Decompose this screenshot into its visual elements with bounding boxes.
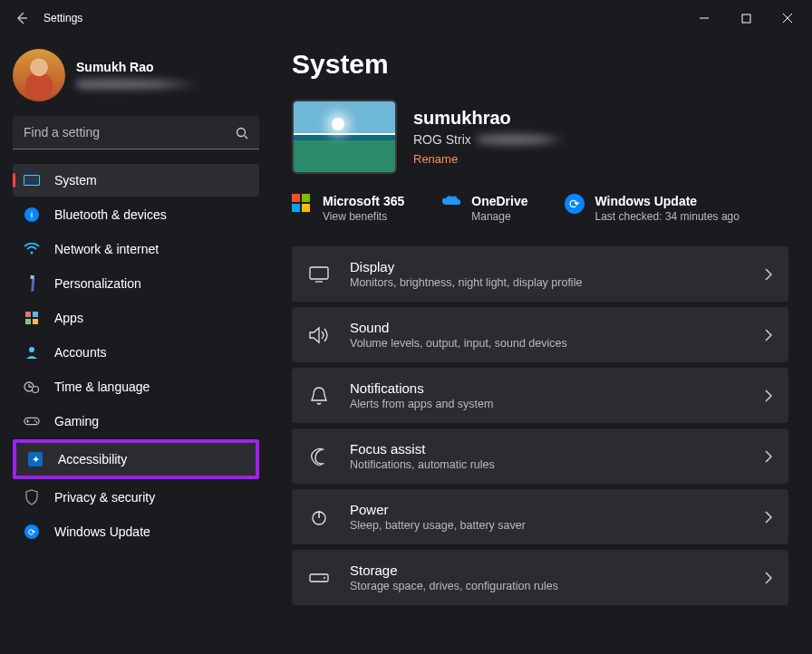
device-model-redacted bbox=[477, 132, 567, 147]
user-email-redacted bbox=[76, 78, 203, 91]
chevron-right-icon bbox=[765, 450, 772, 463]
card-title: Notifications bbox=[350, 380, 745, 396]
sidebar-item-label: Windows Update bbox=[54, 524, 150, 539]
svg-point-1 bbox=[237, 128, 246, 136]
bell-icon bbox=[308, 385, 330, 407]
moon-icon bbox=[308, 446, 330, 467]
apps-icon bbox=[24, 310, 40, 326]
card-focus-assist[interactable]: Focus assist Notifications, automatic ru… bbox=[292, 428, 788, 484]
sidebar-item-privacy[interactable]: Privacy & security bbox=[13, 481, 259, 514]
annotation-highlight: ✦ Accessibility bbox=[13, 439, 259, 479]
sidebar-item-label: Privacy & security bbox=[54, 490, 155, 505]
card-title: Sound bbox=[350, 320, 745, 335]
gamepad-icon bbox=[24, 413, 40, 429]
shield-icon bbox=[24, 489, 40, 505]
card-title: Display bbox=[350, 259, 745, 274]
minimize-icon bbox=[699, 13, 710, 24]
card-sound[interactable]: Sound Volume levels, output, input, soun… bbox=[292, 307, 788, 362]
svg-point-4 bbox=[29, 347, 34, 352]
back-button[interactable] bbox=[4, 0, 40, 36]
quick-onedrive[interactable]: OneDrive Manage bbox=[440, 194, 527, 223]
clock-globe-icon bbox=[24, 379, 40, 395]
sidebar-item-network[interactable]: Network & internet bbox=[13, 233, 259, 265]
rename-link[interactable]: Rename bbox=[413, 152, 458, 166]
quick-microsoft-365[interactable]: Microsoft 365 View benefits bbox=[292, 194, 404, 223]
sidebar-item-label: Accounts bbox=[54, 345, 107, 360]
device-wallpaper-thumb bbox=[292, 100, 397, 174]
chevron-right-icon bbox=[765, 390, 772, 402]
person-icon bbox=[24, 344, 40, 361]
sidebar-item-system[interactable]: System bbox=[13, 164, 259, 197]
storage-icon bbox=[308, 567, 330, 589]
card-sub: Storage space, drives, configuration rul… bbox=[350, 580, 745, 592]
quick-title: Microsoft 365 bbox=[323, 194, 404, 208]
sidebar-item-time-language[interactable]: Time & language bbox=[13, 370, 259, 403]
card-display[interactable]: Display Monitors, brightness, night ligh… bbox=[292, 246, 788, 302]
sidebar-item-personalization[interactable]: Personalization bbox=[13, 267, 259, 300]
minimize-button[interactable] bbox=[683, 4, 725, 33]
device-name: sumukhrao bbox=[413, 108, 567, 129]
main-content: System sumukhrao ROG Strix Rename Micros… bbox=[272, 36, 812, 654]
windows-update-icon: ⟳ bbox=[565, 194, 585, 214]
search-field[interactable] bbox=[13, 116, 259, 149]
card-sub: Notifications, automatic rules bbox=[350, 458, 745, 471]
sidebar-item-label: Personalization bbox=[54, 276, 141, 291]
close-icon bbox=[782, 13, 793, 24]
maximize-button[interactable] bbox=[725, 4, 767, 33]
power-icon bbox=[308, 506, 330, 528]
svg-point-2 bbox=[30, 251, 33, 254]
sidebar-item-accessibility[interactable]: ✦ Accessibility bbox=[16, 443, 256, 476]
page-title: System bbox=[292, 49, 788, 80]
avatar bbox=[13, 49, 65, 101]
sidebar-item-label: Apps bbox=[54, 311, 83, 325]
paintbrush-icon bbox=[20, 272, 43, 294]
card-sub: Alerts from apps and system bbox=[350, 398, 745, 410]
sidebar-item-gaming[interactable]: Gaming bbox=[13, 405, 259, 438]
svg-rect-10 bbox=[310, 267, 328, 279]
sidebar-item-bluetooth[interactable]: ᚼ Bluetooth & devices bbox=[13, 198, 259, 231]
sidebar-item-label: System bbox=[54, 173, 97, 188]
card-notifications[interactable]: Notifications Alerts from apps and syste… bbox=[292, 368, 788, 423]
svg-point-9 bbox=[36, 421, 38, 423]
titlebar: Settings bbox=[0, 0, 812, 36]
quick-title: OneDrive bbox=[471, 194, 527, 208]
card-title: Storage bbox=[350, 563, 745, 578]
card-power[interactable]: Power Sleep, battery usage, battery save… bbox=[292, 489, 788, 544]
display-icon bbox=[308, 264, 330, 285]
wifi-icon bbox=[24, 241, 40, 257]
window-title: Settings bbox=[44, 12, 82, 24]
accessibility-icon: ✦ bbox=[27, 451, 44, 467]
search-input[interactable] bbox=[13, 116, 259, 149]
user-card[interactable]: Sumukh Rao bbox=[13, 49, 259, 101]
chevron-right-icon bbox=[765, 511, 772, 524]
chevron-right-icon bbox=[765, 268, 772, 281]
update-icon: ⟳ bbox=[24, 524, 40, 540]
quick-sub: Manage bbox=[471, 210, 527, 223]
card-sub: Sleep, battery usage, battery saver bbox=[350, 519, 745, 532]
maximize-icon bbox=[741, 14, 751, 24]
microsoft-365-icon bbox=[292, 194, 312, 214]
sidebar-item-label: Network & internet bbox=[54, 242, 159, 256]
sidebar-item-label: Time & language bbox=[54, 380, 150, 394]
card-storage[interactable]: Storage Storage space, drives, configura… bbox=[292, 550, 788, 605]
chevron-right-icon bbox=[765, 572, 772, 584]
bluetooth-icon: ᚼ bbox=[24, 207, 40, 223]
user-name: Sumukh Rao bbox=[76, 60, 203, 74]
sidebar-item-label: Accessibility bbox=[58, 452, 127, 466]
chevron-right-icon bbox=[765, 329, 772, 341]
onedrive-icon bbox=[440, 194, 460, 214]
back-arrow-icon bbox=[14, 11, 29, 25]
svg-rect-3 bbox=[30, 275, 34, 279]
search-icon bbox=[236, 127, 248, 139]
card-title: Power bbox=[350, 502, 745, 517]
close-button[interactable] bbox=[767, 4, 808, 33]
sidebar-item-windows-update[interactable]: ⟳ Windows Update bbox=[13, 515, 259, 548]
quick-windows-update[interactable]: ⟳ Windows Update Last checked: 34 minute… bbox=[565, 194, 740, 223]
card-title: Focus assist bbox=[350, 441, 745, 457]
sidebar-item-accounts[interactable]: Accounts bbox=[13, 336, 259, 369]
sidebar-item-apps[interactable]: Apps bbox=[13, 302, 259, 334]
svg-point-13 bbox=[324, 577, 325, 579]
sound-icon bbox=[308, 324, 330, 346]
quick-title: Windows Update bbox=[595, 194, 740, 208]
device-model: ROG Strix bbox=[413, 132, 471, 147]
